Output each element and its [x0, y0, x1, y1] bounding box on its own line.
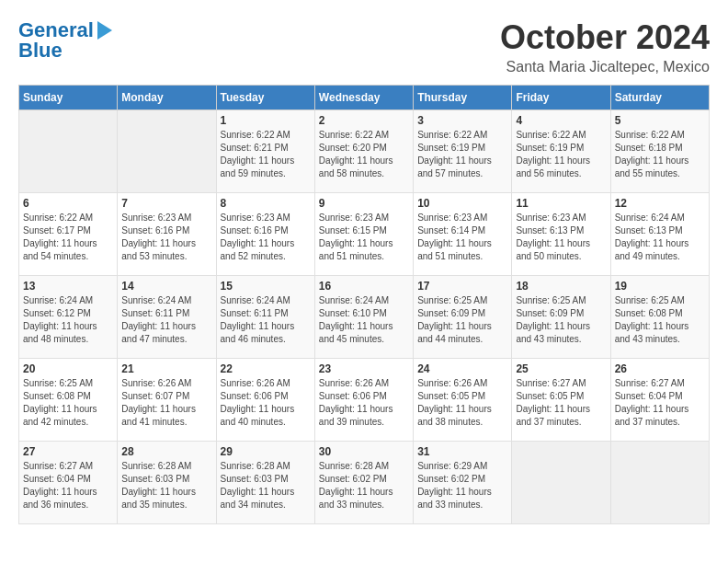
calendar-week-row: 13Sunrise: 6:24 AMSunset: 6:12 PMDayligh…	[19, 276, 710, 359]
day-info: Sunrise: 6:24 AMSunset: 6:11 PMDaylight:…	[221, 294, 311, 346]
day-info: Sunrise: 6:25 AMSunset: 6:09 PMDaylight:…	[417, 294, 507, 346]
calendar-cell: 3Sunrise: 6:22 AMSunset: 6:19 PMDaylight…	[414, 110, 512, 193]
day-number: 23	[319, 362, 409, 375]
day-info: Sunrise: 6:23 AMSunset: 6:16 PMDaylight:…	[221, 212, 311, 263]
day-number: 2	[319, 114, 409, 127]
month-title: October 2024	[500, 18, 710, 57]
day-info: Sunrise: 6:24 AMSunset: 6:10 PMDaylight:…	[319, 294, 409, 346]
calendar-week-row: 20Sunrise: 6:25 AMSunset: 6:08 PMDayligh…	[19, 359, 710, 442]
calendar-cell	[512, 442, 610, 524]
calendar-cell: 12Sunrise: 6:24 AMSunset: 6:13 PMDayligh…	[610, 193, 709, 276]
day-number: 12	[615, 197, 705, 210]
day-number: 19	[615, 280, 705, 293]
day-info: Sunrise: 6:28 AMSunset: 6:02 PMDaylight:…	[319, 460, 409, 511]
day-number: 17	[417, 280, 507, 293]
day-info: Sunrise: 6:22 AMSunset: 6:19 PMDaylight:…	[516, 129, 606, 180]
day-number: 5	[615, 114, 705, 127]
day-info: Sunrise: 6:23 AMSunset: 6:14 PMDaylight:…	[417, 212, 507, 263]
day-info: Sunrise: 6:27 AMSunset: 6:04 PMDaylight:…	[615, 377, 705, 429]
day-info: Sunrise: 6:25 AMSunset: 6:09 PMDaylight:…	[516, 294, 606, 346]
day-info: Sunrise: 6:22 AMSunset: 6:20 PMDaylight:…	[319, 129, 409, 180]
calendar-cell: 18Sunrise: 6:25 AMSunset: 6:09 PMDayligh…	[512, 276, 610, 359]
day-info: Sunrise: 6:26 AMSunset: 6:06 PMDaylight:…	[221, 377, 311, 429]
day-number: 28	[121, 445, 211, 458]
calendar-cell: 16Sunrise: 6:24 AMSunset: 6:10 PMDayligh…	[314, 276, 413, 359]
day-number: 7	[121, 197, 211, 210]
weekday-header-sunday: Sunday	[19, 86, 118, 110]
day-info: Sunrise: 6:27 AMSunset: 6:04 PMDaylight:…	[23, 460, 113, 511]
calendar-week-row: 27Sunrise: 6:27 AMSunset: 6:04 PMDayligh…	[19, 442, 710, 524]
calendar-cell: 22Sunrise: 6:26 AMSunset: 6:06 PMDayligh…	[216, 359, 314, 442]
weekday-header-saturday: Saturday	[610, 86, 709, 110]
day-number: 31	[417, 445, 507, 458]
day-number: 11	[516, 197, 606, 210]
day-info: Sunrise: 6:27 AMSunset: 6:05 PMDaylight:…	[516, 377, 606, 429]
day-number: 27	[23, 445, 113, 458]
calendar-cell: 23Sunrise: 6:26 AMSunset: 6:06 PMDayligh…	[314, 359, 413, 442]
calendar-cell: 1Sunrise: 6:22 AMSunset: 6:21 PMDaylight…	[216, 110, 314, 193]
day-number: 24	[417, 362, 507, 375]
day-info: Sunrise: 6:24 AMSunset: 6:11 PMDaylight:…	[121, 294, 211, 346]
day-number: 30	[319, 445, 409, 458]
day-number: 22	[221, 362, 311, 375]
day-number: 1	[221, 114, 311, 127]
day-number: 13	[23, 280, 113, 293]
day-number: 18	[516, 280, 606, 293]
day-number: 4	[516, 114, 606, 127]
day-info: Sunrise: 6:26 AMSunset: 6:07 PMDaylight:…	[121, 377, 211, 429]
calendar-cell: 30Sunrise: 6:28 AMSunset: 6:02 PMDayligh…	[314, 442, 413, 524]
day-info: Sunrise: 6:24 AMSunset: 6:13 PMDaylight:…	[615, 212, 705, 263]
day-info: Sunrise: 6:28 AMSunset: 6:03 PMDaylight:…	[121, 460, 211, 511]
day-info: Sunrise: 6:26 AMSunset: 6:05 PMDaylight:…	[417, 377, 507, 429]
day-number: 16	[319, 280, 409, 293]
day-info: Sunrise: 6:29 AMSunset: 6:02 PMDaylight:…	[417, 460, 507, 511]
logo-blue: Blue	[18, 39, 63, 63]
calendar-cell: 11Sunrise: 6:23 AMSunset: 6:13 PMDayligh…	[512, 193, 610, 276]
weekday-header-wednesday: Wednesday	[314, 86, 413, 110]
calendar-cell: 4Sunrise: 6:22 AMSunset: 6:19 PMDaylight…	[512, 110, 610, 193]
calendar-table: SundayMondayTuesdayWednesdayThursdayFrid…	[18, 85, 710, 524]
day-number: 9	[319, 197, 409, 210]
calendar-week-row: 1Sunrise: 6:22 AMSunset: 6:21 PMDaylight…	[19, 110, 710, 193]
day-number: 20	[23, 362, 113, 375]
calendar-cell: 29Sunrise: 6:28 AMSunset: 6:03 PMDayligh…	[216, 442, 314, 524]
location-title: Santa Maria Jicaltepec, Mexico	[500, 59, 710, 75]
day-info: Sunrise: 6:23 AMSunset: 6:16 PMDaylight:…	[121, 212, 211, 263]
day-number: 26	[615, 362, 705, 375]
day-info: Sunrise: 6:25 AMSunset: 6:08 PMDaylight:…	[23, 377, 113, 429]
calendar-week-row: 6Sunrise: 6:22 AMSunset: 6:17 PMDaylight…	[19, 193, 710, 276]
page-header: General Blue October 2024 Santa Maria Ji…	[18, 18, 710, 75]
calendar-cell: 31Sunrise: 6:29 AMSunset: 6:02 PMDayligh…	[414, 442, 512, 524]
day-info: Sunrise: 6:24 AMSunset: 6:12 PMDaylight:…	[23, 294, 113, 346]
weekday-header-tuesday: Tuesday	[216, 86, 314, 110]
calendar-cell: 17Sunrise: 6:25 AMSunset: 6:09 PMDayligh…	[414, 276, 512, 359]
day-number: 15	[221, 280, 311, 293]
weekday-header-monday: Monday	[118, 86, 216, 110]
calendar-cell: 7Sunrise: 6:23 AMSunset: 6:16 PMDaylight…	[118, 193, 216, 276]
logo-arrow-icon	[97, 21, 112, 40]
weekday-header-friday: Friday	[512, 86, 610, 110]
calendar-cell: 6Sunrise: 6:22 AMSunset: 6:17 PMDaylight…	[19, 193, 118, 276]
day-info: Sunrise: 6:28 AMSunset: 6:03 PMDaylight:…	[221, 460, 311, 511]
calendar-cell: 14Sunrise: 6:24 AMSunset: 6:11 PMDayligh…	[118, 276, 216, 359]
day-info: Sunrise: 6:22 AMSunset: 6:21 PMDaylight:…	[221, 129, 311, 180]
calendar-cell: 28Sunrise: 6:28 AMSunset: 6:03 PMDayligh…	[118, 442, 216, 524]
calendar-cell	[19, 110, 118, 193]
calendar-cell: 27Sunrise: 6:27 AMSunset: 6:04 PMDayligh…	[19, 442, 118, 524]
day-info: Sunrise: 6:22 AMSunset: 6:18 PMDaylight:…	[615, 129, 705, 180]
calendar-cell: 19Sunrise: 6:25 AMSunset: 6:08 PMDayligh…	[610, 276, 709, 359]
calendar-cell: 2Sunrise: 6:22 AMSunset: 6:20 PMDaylight…	[314, 110, 413, 193]
calendar-cell: 24Sunrise: 6:26 AMSunset: 6:05 PMDayligh…	[414, 359, 512, 442]
day-number: 14	[121, 280, 211, 293]
weekday-header-thursday: Thursday	[414, 86, 512, 110]
calendar-cell: 8Sunrise: 6:23 AMSunset: 6:16 PMDaylight…	[216, 193, 314, 276]
calendar-cell: 20Sunrise: 6:25 AMSunset: 6:08 PMDayligh…	[19, 359, 118, 442]
calendar-cell: 5Sunrise: 6:22 AMSunset: 6:18 PMDaylight…	[610, 110, 709, 193]
day-number: 6	[23, 197, 113, 210]
calendar-cell: 26Sunrise: 6:27 AMSunset: 6:04 PMDayligh…	[610, 359, 709, 442]
day-number: 8	[221, 197, 311, 210]
day-info: Sunrise: 6:25 AMSunset: 6:08 PMDaylight:…	[615, 294, 705, 346]
day-info: Sunrise: 6:23 AMSunset: 6:13 PMDaylight:…	[516, 212, 606, 263]
logo: General Blue	[18, 18, 112, 63]
day-info: Sunrise: 6:22 AMSunset: 6:17 PMDaylight:…	[23, 212, 113, 263]
